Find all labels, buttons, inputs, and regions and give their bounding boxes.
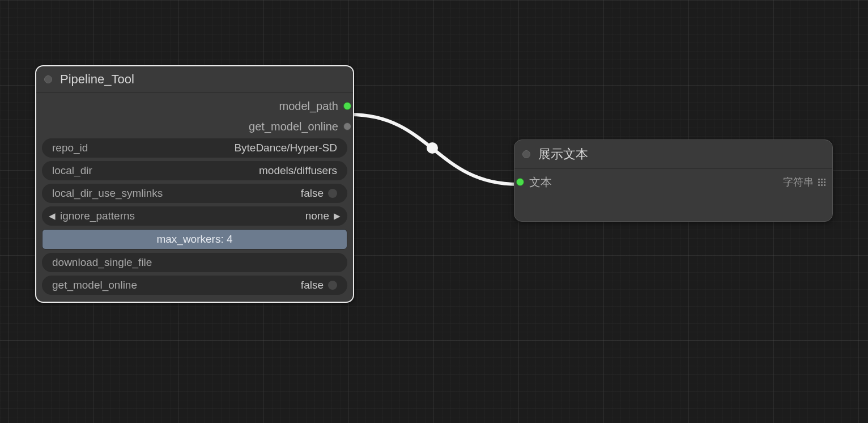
- chevron-right-icon[interactable]: ▶: [334, 211, 341, 221]
- widget-label: get_model_online: [52, 279, 301, 291]
- widget-value: models/diffusers: [259, 164, 337, 177]
- chevron-left-icon[interactable]: ◀: [49, 211, 56, 221]
- output-label: model_path: [279, 100, 338, 113]
- widget-label: download_single_file: [52, 256, 337, 269]
- node-body: 文本 字符串: [514, 169, 832, 221]
- node-title: 展示文本: [538, 146, 588, 163]
- output-type: 字符串: [783, 175, 814, 189]
- collapse-dot-icon[interactable]: [44, 75, 52, 83]
- node-title: Pipeline_Tool: [60, 72, 134, 87]
- widget-repo-id[interactable]: repo_id ByteDance/Hyper-SD: [42, 138, 347, 158]
- node-pipeline-tool[interactable]: Pipeline_Tool model_path get_model_onlin…: [35, 65, 354, 303]
- port-dot-icon[interactable]: [516, 178, 524, 186]
- widget-value: none: [305, 210, 329, 222]
- grip-icon[interactable]: [818, 179, 826, 186]
- widget-value: max_workers: 4: [156, 233, 232, 246]
- widget-label: local_dir: [52, 164, 259, 177]
- node-title-bar[interactable]: Pipeline_Tool: [36, 66, 353, 93]
- node-body: model_path get_model_online repo_id Byte…: [36, 93, 353, 302]
- output-port-model-path[interactable]: model_path: [42, 98, 347, 115]
- widget-value: ByteDance/Hyper-SD: [234, 142, 337, 154]
- widget-local-dir-use-symlinks[interactable]: local_dir_use_symlinks false: [42, 184, 347, 203]
- output-label: get_model_online: [249, 120, 338, 133]
- widget-download-single-file[interactable]: download_single_file: [42, 253, 347, 272]
- widget-value: false: [301, 279, 324, 291]
- widget-local-dir[interactable]: local_dir models/diffusers: [42, 161, 347, 180]
- input-port-text[interactable]: 文本 字符串: [520, 174, 827, 191]
- output-port-get-model-online[interactable]: get_model_online: [42, 118, 347, 135]
- widget-value: false: [301, 187, 324, 200]
- collapse-dot-icon[interactable]: [522, 150, 530, 158]
- node-content-area: [520, 194, 827, 214]
- widget-get-model-online[interactable]: get_model_online false: [42, 276, 347, 295]
- widget-label: ignore_patterns: [60, 210, 301, 222]
- toggle-knob-icon[interactable]: [328, 281, 337, 290]
- widget-max-workers[interactable]: max_workers: 4: [42, 229, 347, 249]
- port-dot-icon[interactable]: [343, 122, 351, 130]
- node-title-bar[interactable]: 展示文本: [514, 140, 832, 169]
- input-label: 文本: [529, 175, 783, 190]
- widget-label: local_dir_use_symlinks: [52, 187, 301, 200]
- widget-label: repo_id: [52, 142, 234, 154]
- node-show-text[interactable]: 展示文本 文本 字符串: [514, 139, 833, 222]
- widget-ignore-patterns[interactable]: ◀ ignore_patterns none ▶: [42, 206, 347, 226]
- toggle-knob-icon[interactable]: [328, 189, 337, 198]
- port-dot-icon[interactable]: [343, 102, 351, 110]
